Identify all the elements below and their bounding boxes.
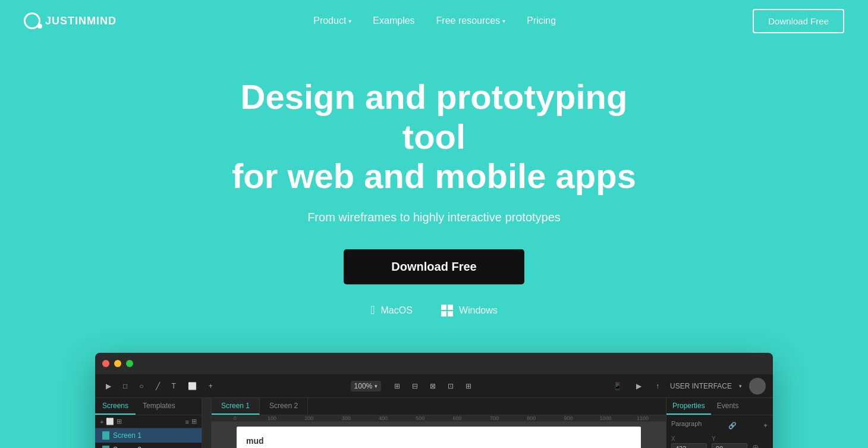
toolbar-align-2[interactable]: ⊟: [408, 381, 422, 391]
properties-section-label: Paragraph: [671, 420, 702, 427]
hero-title: Design and prototyping tool for web and …: [208, 77, 660, 196]
toolbar-align-1[interactable]: ⊞: [391, 381, 404, 391]
traffic-light-red[interactable]: [102, 360, 109, 367]
hero-platforms:  MacOS Windows: [370, 303, 498, 317]
tab-templates[interactable]: Templates: [136, 398, 183, 415]
properties-icon-1: 🔗: [728, 422, 737, 430]
prop-x-input[interactable]: [671, 443, 707, 448]
panel-screen-1[interactable]: Screen 1: [95, 428, 202, 443]
nav-item-pricing[interactable]: Pricing: [527, 15, 556, 26]
zoom-chevron: ▾: [375, 383, 378, 389]
logo-icon: [24, 12, 40, 29]
logo[interactable]: JUSTINMIND: [24, 12, 117, 29]
nav-item-product[interactable]: Product ▾: [313, 15, 351, 26]
apple-icon: : [370, 303, 375, 317]
platform-macos:  MacOS: [370, 303, 413, 317]
panel-tabs: Screens Templates: [95, 398, 202, 415]
prop-row-xy: X Y ⊕: [671, 436, 768, 448]
app-toolbar: ▶ □ ○ ╱ T ⬜ + 100% ▾ ⊞ ⊟ ⊠ ⊡ ⊞ 📱 ▶ ↑ USE…: [95, 374, 773, 398]
app-screenshot: ▶ □ ○ ╱ T ⬜ + 100% ▾ ⊞ ⊟ ⊠ ⊡ ⊞ 📱 ▶ ↑ USE…: [95, 353, 773, 448]
macos-label: MacOS: [381, 305, 413, 316]
canvas-ruler: 0 100 200 300 400 500 600 700 800 900 10…: [212, 415, 666, 422]
nav-link-examples[interactable]: Examples: [373, 15, 414, 26]
windows-label: Windows: [459, 305, 498, 316]
windows-icon: [441, 305, 453, 317]
prop-y-label: Y: [712, 436, 747, 442]
panel-screen-list: Screen 1 Screen 2 Screen 3 ▶ Group 1: [95, 428, 202, 448]
ruler-marks: 0 100 200 300 400 500 600 700 800 900 10…: [216, 415, 661, 421]
toolbar-align-3[interactable]: ⊠: [426, 381, 439, 391]
toolbar-circle-tool[interactable]: ○: [136, 381, 147, 391]
screen-2-label: Screen 2: [113, 446, 141, 448]
hero-subtitle: From wireframes to highly interactive pr…: [307, 211, 561, 224]
tab-screens[interactable]: Screens: [95, 398, 136, 415]
properties-icon-2: ✦: [763, 422, 768, 430]
toolbar-image-tool[interactable]: ⬜: [184, 381, 200, 391]
canvas-page: mud: [237, 427, 641, 448]
nav-item-free-resources[interactable]: Free resources ▾: [436, 15, 506, 26]
platform-windows: Windows: [441, 305, 498, 317]
canvas-content: mud: [212, 422, 666, 448]
toolbar-add-tool[interactable]: +: [205, 381, 216, 391]
nav-download-button[interactable]: Download Free: [753, 9, 844, 33]
hero-section: Design and prototyping tool for web and …: [0, 42, 868, 341]
prop-x-label: X: [671, 436, 707, 442]
properties-section: Paragraph 🔗 ✦ X Y ⊕: [666, 415, 773, 448]
right-panel: Properties Events Paragraph 🔗 ✦ X: [666, 398, 773, 448]
prop-y-field: Y: [712, 436, 747, 448]
tab-events[interactable]: Events: [711, 398, 745, 415]
panel-screen-2[interactable]: Screen 2: [95, 443, 202, 448]
toolbar-rectangle-tool[interactable]: □: [119, 381, 131, 391]
panel-add-btn[interactable]: +: [100, 418, 103, 425]
panel-toolbar: + ⬜ ⊞ ≡ ⊞: [95, 415, 202, 428]
tab-properties[interactable]: Properties: [666, 398, 711, 415]
toolbar-align-4[interactable]: ⊡: [444, 381, 457, 391]
traffic-light-yellow[interactable]: [114, 360, 121, 367]
screen-icon-1: [102, 431, 109, 440]
traffic-light-green[interactable]: [126, 360, 133, 367]
nav-link-product[interactable]: Product ▾: [313, 15, 351, 26]
screen-icon-2: [102, 446, 109, 448]
canvas-tab-screen1[interactable]: Screen 1: [212, 398, 260, 415]
logo-dot: [37, 24, 42, 29]
prop-link-icon: ⊕: [752, 443, 759, 448]
left-panel: Screens Templates + ⬜ ⊞ ≡ ⊞ Screen 1: [95, 398, 202, 448]
toolbar-ui-label: USER INTERFACE: [670, 382, 732, 390]
canvas-tabs: Screen 1 Screen 2: [212, 398, 666, 415]
toolbar-play[interactable]: ▶: [633, 381, 645, 391]
hero-download-button[interactable]: Download Free: [344, 249, 524, 284]
panel-grid-view[interactable]: ⊞: [191, 418, 197, 425]
app-titlebar: [95, 353, 773, 374]
nav-links: Product ▾ Examples Free resources ▾ Pric…: [313, 15, 556, 26]
toolbar-line-tool[interactable]: ╱: [152, 381, 163, 391]
prop-x-field: X: [671, 436, 707, 448]
chevron-down-icon-2: ▾: [502, 18, 505, 24]
sidebar-ruler: [202, 398, 212, 448]
toolbar-zoom[interactable]: 100% ▾: [351, 381, 382, 391]
zoom-value: 100%: [354, 382, 373, 390]
chevron-down-icon: ▾: [348, 18, 351, 24]
right-panel-tabs: Properties Events: [666, 398, 773, 415]
app-body: Screens Templates + ⬜ ⊞ ≡ ⊞ Screen 1: [95, 398, 773, 448]
brand-name: JUSTINMIND: [45, 15, 117, 27]
toolbar-ui-chevron: ▾: [739, 383, 742, 389]
navbar: JUSTINMIND Product ▾ Examples Free resou…: [0, 0, 868, 42]
screen-1-label: Screen 1: [113, 431, 141, 440]
panel-grid-btn[interactable]: ⊞: [117, 418, 122, 425]
prop-y-input[interactable]: [712, 443, 747, 448]
app-screenshot-wrapper: ▶ □ ○ ╱ T ⬜ + 100% ▾ ⊞ ⊟ ⊠ ⊡ ⊞ 📱 ▶ ↑ USE…: [0, 353, 868, 448]
nav-link-pricing[interactable]: Pricing: [527, 15, 556, 26]
panel-list-view[interactable]: ≡: [185, 418, 189, 425]
canvas-page-logo: mud: [246, 436, 631, 446]
nav-item-examples[interactable]: Examples: [373, 15, 414, 26]
canvas-tab-screen2[interactable]: Screen 2: [260, 398, 308, 415]
center-canvas: Screen 1 Screen 2 0 100 200 300 400 500 …: [212, 398, 666, 448]
toolbar-device-preview[interactable]: 📱: [609, 381, 625, 391]
toolbar-align-5[interactable]: ⊞: [462, 381, 475, 391]
toolbar-upload[interactable]: ↑: [652, 381, 663, 391]
toolbar-text-tool[interactable]: T: [168, 381, 180, 391]
nav-link-free-resources[interactable]: Free resources ▾: [436, 15, 506, 26]
toolbar-select-tool[interactable]: ▶: [102, 381, 115, 391]
avatar: [749, 378, 766, 394]
panel-screen-btn[interactable]: ⬜: [106, 418, 114, 425]
